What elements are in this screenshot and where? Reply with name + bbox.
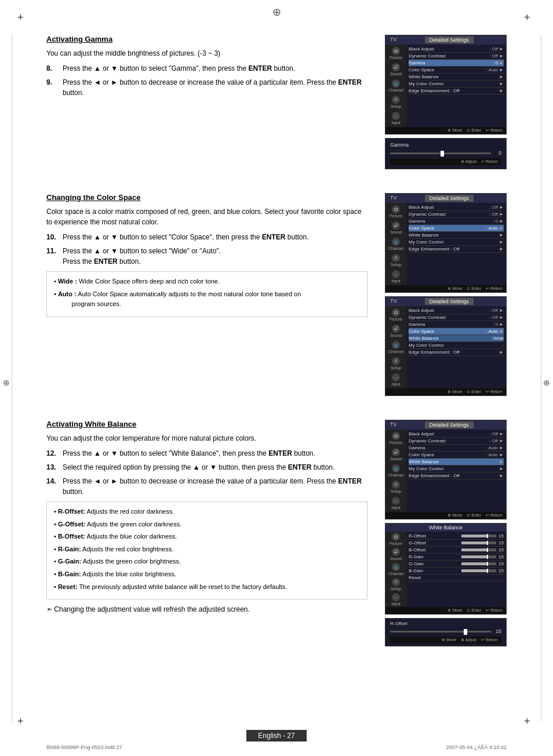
- meta-right: 2007-05-04 ¿ÄÊÄ 4:10:41: [446, 744, 507, 750]
- gamma-row-colorspace-label: Color Space: [409, 67, 434, 72]
- cs-tv1-header: TV Detailed Settings: [385, 194, 506, 203]
- gamma-step8-text: Press the ▲ or ▼ button to select "Gamma…: [63, 63, 295, 74]
- colorspace-section-layout: Changing the Color Space Color space is …: [46, 193, 512, 399]
- gamma-tv-main: Black Adjust : Off ► Dynamic Contrast : …: [406, 45, 506, 127]
- wb-sidebar-input: ↔ Input: [385, 496, 406, 511]
- cs-tv2-header: TV Detailed Settings: [385, 297, 506, 306]
- gamma-step8-enter: ENTER: [248, 64, 272, 72]
- cs2-channel-icon: 📺: [392, 341, 400, 349]
- step10-enter: ENTER: [262, 233, 286, 241]
- cs2-edge-label: Edge Enhancement : Off: [409, 350, 459, 355]
- colorspace-ui-panels: TV Detailed Settings 🖼 Picture 🔊: [385, 193, 512, 399]
- cs1-wb-label: White Balance: [409, 232, 439, 238]
- cs1-row-colorspace: Color Space : Auto ►: [409, 225, 504, 232]
- cs2-sidebar-input: ↔ Input: [385, 372, 406, 387]
- wb-row-goffset: G-Offset 15: [409, 540, 504, 547]
- wb-balance-panel: White Balance 🖼 Picture 🔊 Sound: [385, 523, 507, 615]
- wb-roffset-label: R-Offset:: [58, 508, 85, 515]
- wb-tv-title: Detailed Settings: [425, 421, 474, 428]
- gamma-tv-label: TV: [390, 37, 397, 43]
- wb-ui-panels: TV Detailed Settings 🖼 Picture 🔊: [385, 420, 512, 646]
- wb-bullet-roffset: • R-Offset: Adjusts the red color darkne…: [54, 507, 360, 517]
- gamma-row-colorspace: Color Space : Auto ►: [409, 67, 504, 74]
- wb-bullet-ggain: • G-Gain: Adjusts the green color bright…: [54, 557, 360, 567]
- wb-row-bgain: B-Gain 15: [409, 568, 504, 575]
- wb2-sidebar-picture: 🖼 Picture: [385, 532, 406, 547]
- page-footer: English - 27: [0, 730, 553, 742]
- ggain-thumb: [487, 562, 488, 566]
- gamma-tv-header: TV Detailed Settings: [385, 35, 506, 45]
- sidebar-channel-label: Channel: [387, 88, 405, 92]
- cs-sidebar-setup: ⚙ Setup: [385, 253, 406, 268]
- wb2-picture-label: Picture: [387, 541, 405, 546]
- wb-tv-panel: TV Detailed Settings 🖼 Picture 🔊: [385, 420, 507, 519]
- cs2-picture-label: Picture: [387, 317, 405, 321]
- cs2-gamma-label: Gamma: [409, 322, 425, 327]
- sidebar-setup-label: Setup: [387, 104, 405, 108]
- roffset-slider-label: R-Offset: [390, 621, 501, 626]
- wb-tv-footer-move: ⊕ Move: [448, 513, 462, 518]
- wb2-picture-icon: 🖼: [392, 533, 400, 541]
- gamma-slider-thumb[interactable]: [441, 151, 444, 157]
- boffset-fill: [461, 548, 487, 551]
- wb-goffset-label: G-Offset:: [58, 521, 86, 528]
- step12-enter: ENTER: [268, 449, 292, 457]
- boffset-thumb: [487, 548, 488, 552]
- gamma-footer-return: ↩ Return: [481, 159, 498, 164]
- cs2-mycolor-label: My Color Control: [409, 343, 443, 348]
- arrow7: ►: [499, 88, 504, 93]
- page-badge: English - 27: [246, 730, 306, 742]
- gamma-row-dyncontrast-value: : Off ►: [489, 53, 504, 59]
- gamma-slider-row: 0: [390, 150, 501, 156]
- cs2-sound-label: Sound: [387, 333, 405, 337]
- wb-sidebar-picture: 🖼 Picture: [385, 431, 406, 446]
- bgain-thumb: [487, 569, 488, 573]
- cs-tv2-label: TV: [390, 298, 397, 305]
- wb-bgain-label: B-Gain:: [58, 570, 81, 577]
- cs2-colorspace-value: : Auto ►: [486, 329, 504, 334]
- cs-tv2-footer-return: ↩ Return: [486, 390, 503, 394]
- wb-picture-label: Picture: [387, 441, 405, 445]
- roffset-slider-track: [390, 631, 491, 633]
- ggain-fill: [461, 562, 487, 565]
- colorspace-tv-panel1: TV Detailed Settings 🖼 Picture 🔊: [385, 193, 507, 293]
- gamma-row-mycolor: My Color Control ►: [409, 81, 504, 88]
- wb2-sidebar-channel: 📺 Channel: [385, 562, 406, 577]
- sidebar-input-label: Input: [387, 121, 405, 125]
- wb-step-12: 12. Press the ▲ or ▼ button to select "W…: [46, 448, 368, 459]
- cs2-wb-label: White Balance: [409, 336, 439, 341]
- roffset-slider-thumb[interactable]: [464, 629, 467, 635]
- cs1-row-mycolor: My Color Control ►: [409, 239, 504, 246]
- cs1-dyncontrast-label: Dynamic Contrast: [409, 212, 446, 217]
- cs-tv1-footer-enter: ⊙ Enter: [467, 286, 481, 291]
- wb-bullet-bgain: • B-Gain: Adjusts the blue color brightn…: [54, 569, 360, 580]
- goffset-bar: [461, 541, 496, 544]
- wb-row-reset: Reset: [409, 575, 504, 581]
- cs1-row-blackadjust: Black Adjust : Off ►: [409, 204, 504, 211]
- cs-sidebar-picture: 🖼 Picture: [385, 204, 406, 219]
- cs-sidebar-channel: 📺 Channel: [385, 237, 406, 252]
- cs2-blackadjust-value: : Off ►: [489, 308, 504, 313]
- colorspace-tv-panel2: TV Detailed Settings 🖼 Picture 🔊: [385, 296, 507, 396]
- gamma-step9-text: Press the ◄ or ► button to decrease or i…: [63, 77, 368, 98]
- cs-channel-icon: 📺: [392, 238, 400, 246]
- wb-setup-icon: ⚙: [392, 481, 400, 489]
- wb2-sidebar-setup: ⚙ Setup: [385, 577, 406, 592]
- wb-input-icon: ↔: [392, 497, 400, 505]
- arrow5: ►: [499, 74, 504, 79]
- wb-row-boffset: B-Offset 15: [409, 547, 504, 554]
- gamma-desc: You can adjust the middle brightness of …: [46, 48, 368, 59]
- cs1-edge-label: Edge Enhancement : Off: [409, 246, 459, 252]
- cs-input-label: Input: [387, 279, 405, 283]
- sidebar-input: ↔ Input: [385, 111, 406, 126]
- channel-icon: 📺: [392, 79, 400, 88]
- wb-reset-label: Reset:: [58, 583, 78, 590]
- wb-bullet-boffset: • B-Offset: Adjusts the blue color darkn…: [54, 532, 360, 542]
- cs1-blackadjust-label: Black Adjust: [409, 205, 434, 210]
- wb1-row-dyncontrast: Dynamic Contrast : Off ►: [409, 438, 504, 445]
- cs2-dyncontrast-label: Dynamic Contrast: [409, 315, 446, 320]
- cs-input-icon: ↔: [392, 270, 400, 278]
- arrow3: ►: [499, 60, 504, 66]
- wb2-footer-return: ↩ Return: [486, 608, 503, 613]
- wb2-setup-label: Setup: [387, 587, 405, 591]
